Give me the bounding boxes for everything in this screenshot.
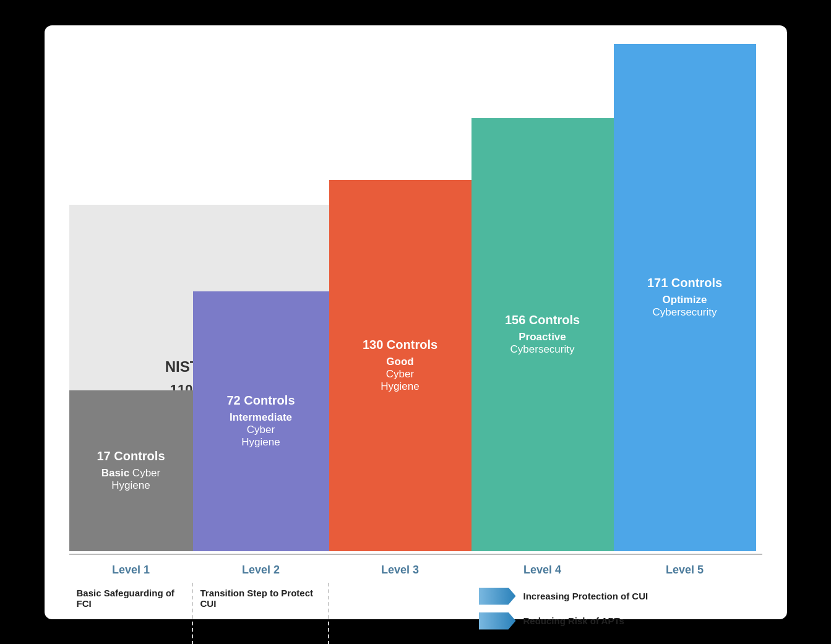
arrow-row-2: Reducing Risk of APTs <box>479 612 755 630</box>
arrow-icon-2 <box>479 612 516 630</box>
arrow-text-2: Reducing Risk of APTs <box>523 616 624 626</box>
desc-l2-text: Transition Step to Protect CUI <box>200 588 314 609</box>
bar-level-4: 156 Controls ProactiveCybersecurity <box>471 118 614 551</box>
bar-l3-label: GoodCyberHygiene <box>381 356 419 393</box>
bar-l1-bold: Basic <box>101 467 129 479</box>
bar-l5-bold: Optimize <box>663 294 707 306</box>
bar-l3-controls: 130 Controls <box>363 338 437 352</box>
desc-right: Increasing Protection of CUI Reducing Ri… <box>471 583 762 645</box>
bar-level-2: 72 Controls IntermediateCyberHygiene <box>193 291 329 551</box>
bar-l5-light: Cybersecurity <box>653 306 717 318</box>
desc-cell-3 <box>329 583 471 645</box>
bar-l5-label: OptimizeCybersecurity <box>653 294 717 319</box>
desc-cell-2: Transition Step to Protect CUI <box>193 583 329 645</box>
level-label-1: Level 1 <box>69 560 193 580</box>
bar-l3-light: CyberHygiene <box>381 368 419 392</box>
bar-l4-light: Cybersecurity <box>510 343 575 355</box>
bar-l5-controls: 171 Controls <box>647 276 722 290</box>
bar-level-3: 130 Controls GoodCyberHygiene <box>329 180 471 551</box>
level-label-5: Level 5 <box>614 560 756 580</box>
arrow-icon-1 <box>479 588 516 605</box>
chart-container: NIST 800-171 110 Controls 17 Controls Ba… <box>45 25 787 619</box>
level-label-2: Level 2 <box>193 560 329 580</box>
level-label-3: Level 3 <box>329 560 471 580</box>
desc-cell-1: Basic Safeguarding of FCI <box>69 583 193 645</box>
bar-l2-label: IntermediateCyberHygiene <box>230 411 292 449</box>
bar-l1-controls: 17 Controls <box>97 449 165 463</box>
bar-l4-controls: 156 Controls <box>505 313 580 327</box>
bar-l2-bold: Intermediate <box>230 411 292 423</box>
bars-wrapper: 17 Controls Basic CyberHygiene 72 Contro… <box>69 44 762 551</box>
bar-l3-bold: Good <box>386 356 413 367</box>
bar-level-1: 17 Controls Basic CyberHygiene <box>69 390 193 551</box>
description-row: Basic Safeguarding of FCI Transition Ste… <box>69 583 762 645</box>
bar-l4-label: ProactiveCybersecurity <box>510 331 575 356</box>
bar-l1-label: Basic CyberHygiene <box>101 467 160 492</box>
desc-l1-text: Basic Safeguarding of FCI <box>77 588 174 609</box>
bar-l2-light: CyberHygiene <box>241 424 280 448</box>
bars-area: NIST 800-171 110 Controls 17 Controls Ba… <box>69 44 762 551</box>
arrow-row-1: Increasing Protection of CUI <box>479 588 755 605</box>
bar-level-5: 171 Controls OptimizeCybersecurity <box>614 44 756 551</box>
bar-l4-bold: Proactive <box>519 331 566 343</box>
arrow-text-1: Increasing Protection of CUI <box>523 591 648 601</box>
bar-l2-controls: 72 Controls <box>226 393 295 408</box>
levels-row: Level 1 Level 2 Level 3 Level 4 Level 5 <box>69 554 762 580</box>
level-label-4: Level 4 <box>471 560 614 580</box>
